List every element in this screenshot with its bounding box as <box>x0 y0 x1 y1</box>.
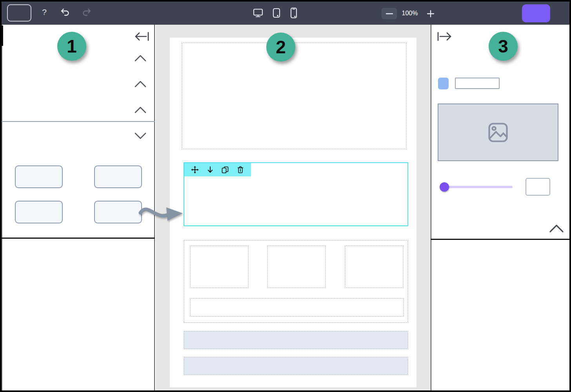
undo-button[interactable] <box>59 7 71 18</box>
step-1-badge: 1 <box>57 32 86 61</box>
arrow-down-icon <box>207 166 213 174</box>
step-2-label: 2 <box>276 36 286 58</box>
color-swatch[interactable] <box>438 78 449 89</box>
settings-panel <box>431 25 569 390</box>
step-3-badge: 3 <box>489 32 518 61</box>
column-placeholder-1[interactable] <box>190 245 249 288</box>
collapse-panel-button[interactable] <box>133 31 150 42</box>
chevron-up-icon <box>134 105 147 114</box>
collapse-section-button[interactable] <box>549 223 564 234</box>
plus-icon <box>427 10 435 18</box>
section-collapse-button-3[interactable] <box>134 105 147 114</box>
help-button[interactable]: ? <box>38 6 50 18</box>
column-placeholder-2[interactable] <box>267 245 326 288</box>
collapse-panel-left-icon <box>133 31 150 42</box>
slider-track[interactable] <box>444 186 513 188</box>
mobile-icon <box>289 7 298 19</box>
tablet-icon <box>272 7 281 18</box>
move-handle[interactable] <box>190 165 200 175</box>
minus-icon <box>386 13 393 15</box>
block-thumbnail-4[interactable] <box>94 201 142 223</box>
step-3-label: 3 <box>498 36 508 57</box>
property-text-input[interactable] <box>455 78 500 89</box>
zoom-out-button[interactable] <box>382 8 397 19</box>
text-placeholder[interactable] <box>190 298 404 317</box>
section-expand-button[interactable] <box>134 131 147 141</box>
chevron-down-icon <box>134 131 147 141</box>
button-bar-block-1[interactable] <box>184 331 408 349</box>
trash-icon <box>237 166 244 174</box>
block-toolbar <box>184 163 251 176</box>
section-collapse-button-2[interactable] <box>134 79 147 89</box>
zoom-in-button[interactable] <box>425 8 436 19</box>
delete-button[interactable] <box>235 165 245 175</box>
drag-arrow <box>137 198 185 227</box>
step-2-badge: 2 <box>266 33 295 62</box>
help-icon: ? <box>42 7 47 17</box>
panel-section-divider <box>2 238 155 239</box>
content-block-placeholder[interactable] <box>182 42 407 149</box>
duplicate-icon <box>221 166 229 174</box>
selected-block[interactable] <box>184 162 408 226</box>
columns-section-block[interactable] <box>184 240 408 323</box>
image-icon <box>487 122 509 143</box>
scrollbar-thumb[interactable] <box>2 25 3 46</box>
block-thumbnail-3[interactable] <box>15 201 63 223</box>
move-down-button[interactable] <box>205 165 215 175</box>
column-placeholder-3[interactable] <box>345 245 404 288</box>
title-box[interactable] <box>7 4 31 22</box>
redo-button[interactable] <box>80 7 93 18</box>
topbar: ? <box>0 0 571 25</box>
chevron-up-icon <box>549 223 564 234</box>
email-builder-app: ? <box>0 0 571 392</box>
image-upload-placeholder[interactable] <box>438 103 558 161</box>
redo-icon <box>82 8 92 17</box>
step-1-label: 1 <box>67 36 77 57</box>
undo-icon <box>60 8 70 17</box>
desktop-preview-button[interactable] <box>252 7 264 18</box>
desktop-icon <box>253 8 264 18</box>
duplicate-button[interactable] <box>220 165 230 175</box>
slider-value-input[interactable] <box>526 178 550 196</box>
block-thumbnail-1[interactable] <box>15 165 63 188</box>
panel-section-divider <box>431 239 571 240</box>
mobile-preview-button[interactable] <box>289 7 298 19</box>
expand-panel-button[interactable] <box>436 31 453 42</box>
section-collapse-button-1[interactable] <box>134 53 147 63</box>
chevron-up-icon <box>134 79 147 89</box>
save-button[interactable] <box>522 4 550 22</box>
expand-panel-right-icon <box>436 31 453 42</box>
slider-thumb[interactable] <box>440 182 449 192</box>
move-icon <box>191 166 199 174</box>
block-thumbnail-2[interactable] <box>94 165 142 188</box>
panel-divider <box>2 121 155 122</box>
zoom-level: 100% <box>398 9 421 18</box>
button-bar-block-2[interactable] <box>184 357 408 375</box>
tablet-preview-button[interactable] <box>271 7 282 18</box>
chevron-up-icon <box>134 53 147 63</box>
